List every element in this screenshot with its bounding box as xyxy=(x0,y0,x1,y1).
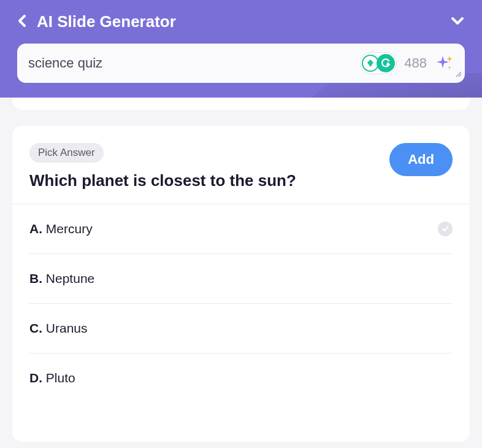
prompt-input-container: 488 xyxy=(17,44,465,83)
chevron-down-icon[interactable] xyxy=(450,16,465,28)
answer-value: Uranus xyxy=(46,321,88,335)
resize-handle-icon[interactable] xyxy=(455,69,462,80)
question-type-badge: Pick Answer xyxy=(29,143,104,163)
prompt-input[interactable] xyxy=(28,55,353,71)
check-icon xyxy=(438,222,453,236)
grammarly-badge-group[interactable] xyxy=(360,52,397,74)
answer-value: Mercury xyxy=(46,222,93,236)
answer-letter: B. xyxy=(29,271,42,285)
content-area: Pick Answer Which planet is closest to t… xyxy=(0,98,482,442)
question-text: Which planet is closest to the sun? xyxy=(29,171,389,190)
answer-letter: D. xyxy=(29,371,42,385)
page-title: AI Slide Generator xyxy=(37,12,176,31)
previous-card-bottom xyxy=(12,98,470,110)
answer-text: D. Pluto xyxy=(29,371,75,385)
question-card: Pick Answer Which planet is closest to t… xyxy=(12,126,470,442)
answer-text: A. Mercury xyxy=(29,222,93,236)
answer-item[interactable]: B. Neptune xyxy=(29,254,453,304)
answer-item[interactable]: C. Uranus xyxy=(29,304,453,353)
answer-text: C. Uranus xyxy=(29,321,88,336)
answer-letter: C. xyxy=(29,321,42,335)
answer-text: B. Neptune xyxy=(29,271,94,286)
header-banner: AI Slide Generator 488 xyxy=(0,0,482,98)
answer-list: A. Mercury B. Neptune C. Uranus xyxy=(12,204,470,403)
svg-line-0 xyxy=(456,72,461,77)
card-header-left: Pick Answer Which planet is closest to t… xyxy=(29,143,389,190)
back-chevron-icon[interactable] xyxy=(17,14,27,31)
grammarly-g-icon xyxy=(377,54,395,72)
answer-item[interactable]: D. Pluto xyxy=(29,353,453,403)
answer-item[interactable]: A. Mercury xyxy=(29,204,453,254)
character-counter: 488 xyxy=(404,55,427,71)
sparkle-icon[interactable] xyxy=(434,53,454,73)
svg-line-1 xyxy=(459,74,461,77)
answer-value: Pluto xyxy=(46,371,75,385)
card-header: Pick Answer Which planet is closest to t… xyxy=(12,143,470,204)
answer-letter: A. xyxy=(29,222,42,236)
add-button[interactable]: Add xyxy=(389,143,453,176)
answer-value: Neptune xyxy=(46,271,94,285)
header-top-row: AI Slide Generator xyxy=(17,12,465,31)
header-left-group: AI Slide Generator xyxy=(17,12,176,31)
